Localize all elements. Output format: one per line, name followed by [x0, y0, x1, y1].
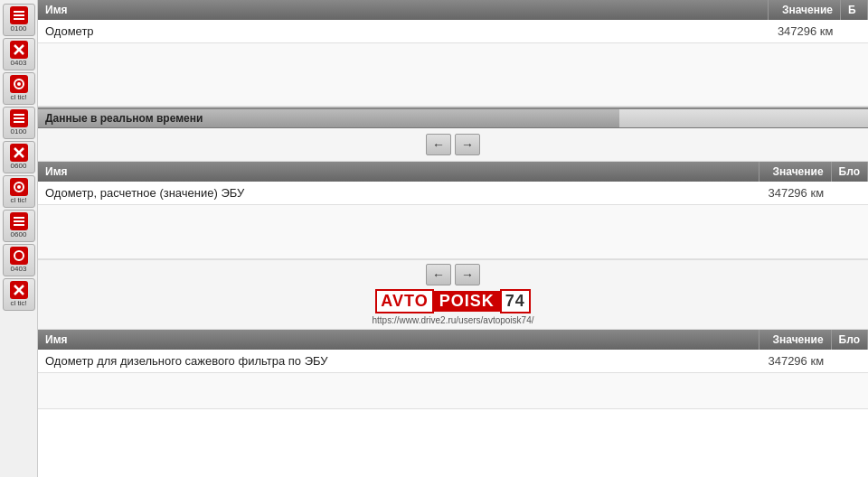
nav-row-1: ← →	[38, 128, 868, 162]
top-col-bloc: Б	[841, 0, 868, 20]
svg-rect-9	[14, 121, 24, 123]
sidebar-icon-1	[10, 6, 28, 24]
top-col-name: Имя	[38, 0, 769, 20]
svg-rect-14	[14, 217, 24, 219]
sidebar-label-5: 0600	[11, 163, 27, 171]
top-table: Имя Значение Б Одометр 347296 км	[38, 0, 868, 107]
logo-url: https://www.drive2.ru/users/avtopoisk74/	[373, 315, 534, 325]
sidebar-icon-5	[10, 144, 28, 162]
top-col-value: Значение	[769, 0, 841, 20]
s2-col-value: Значение	[759, 330, 831, 350]
sidebar-icon-3	[10, 75, 28, 93]
section2-table: Имя Значение Бло Одометр для дизельного …	[38, 330, 868, 409]
table-row: Одометр, расчетное (значение) ЭБУ 347296…	[38, 182, 868, 205]
nav-prev-icon-1: ←	[432, 137, 445, 152]
top-row-bloc	[841, 20, 868, 43]
sidebar-btn-9[interactable]: cl tic!	[3, 278, 35, 311]
svg-rect-15	[14, 220, 24, 222]
svg-rect-7	[14, 114, 24, 116]
sidebar-btn-7[interactable]: 0600	[3, 210, 35, 242]
svg-point-6	[17, 82, 21, 86]
table-row: Одометр 347296 км	[38, 20, 868, 43]
sidebar-icon-9	[10, 281, 28, 299]
section1-table: Имя Значение Бло Одометр, расчетное (зна…	[38, 162, 868, 259]
sidebar-label-9: cl tic!	[10, 300, 26, 308]
sidebar-icon-8	[10, 247, 28, 265]
logo-badge: AVTO POISK 74	[375, 289, 530, 313]
logo-nav-area: ← → AVTO POISK 74 https://www.drive2.ru/…	[38, 259, 868, 330]
s2-col-bloc: Бло	[831, 330, 867, 350]
sidebar-btn-1[interactable]: 0100	[3, 4, 35, 36]
logo-avto: AVTO	[375, 289, 433, 313]
sidebar-icon-4	[10, 109, 28, 127]
nav-next-icon-1: →	[461, 137, 474, 152]
sidebar-btn-8[interactable]: 0403	[3, 244, 35, 276]
sidebar-btn-5[interactable]: 0600	[3, 141, 35, 173]
logo-74: 74	[500, 289, 531, 313]
svg-rect-1	[14, 14, 24, 16]
nav-prev-icon-2: ←	[432, 267, 445, 282]
svg-rect-8	[14, 117, 24, 119]
top-section: Имя Значение Б Одометр 347296 км	[38, 0, 868, 108]
sidebar-label-2: 0403	[11, 60, 27, 68]
sidebar-icon-6	[10, 178, 28, 196]
s2-col-name: Имя	[38, 330, 759, 350]
s2-row-name: Одометр для дизельного сажевого фильтра …	[38, 350, 759, 373]
table-row: Одометр для дизельного сажевого фильтра …	[38, 350, 868, 373]
table-row-empty	[38, 43, 868, 107]
s1-col-bloc: Бло	[831, 162, 867, 182]
sidebar-btn-2[interactable]: 0403	[3, 38, 35, 70]
nav-row-2-buttons: ← →	[426, 264, 480, 285]
sidebar-btn-6[interactable]: cl tic!	[3, 175, 35, 208]
section-divider-1: Данные в реальном времени	[38, 108, 868, 128]
section2-table-wrap: Имя Значение Бло Одометр для дизельного …	[38, 330, 868, 409]
nav-prev-btn-2[interactable]: ←	[426, 264, 451, 285]
s1-row-name: Одометр, расчетное (значение) ЭБУ	[38, 182, 759, 205]
nav-next-btn-2[interactable]: →	[455, 264, 480, 285]
top-row-name: Одометр	[38, 20, 769, 43]
nav-prev-btn-1[interactable]: ←	[426, 134, 451, 155]
section-title-1: Данные в реальном времени	[45, 112, 203, 125]
nav-next-icon-2: →	[461, 267, 474, 282]
sidebar-label-6: cl tic!	[10, 197, 26, 205]
sidebar-btn-4[interactable]: 0100	[3, 107, 35, 139]
section1-table-wrap: Имя Значение Бло Одометр, расчетное (зна…	[38, 162, 868, 259]
s1-col-name: Имя	[38, 162, 759, 182]
sidebar-icon-2	[10, 41, 28, 59]
main-content: Имя Значение Б Одометр 347296 км Данные …	[38, 0, 868, 477]
s2-row-bloc	[831, 350, 867, 373]
nav-next-btn-1[interactable]: →	[455, 134, 480, 155]
logo-poisk: POISK	[434, 291, 500, 312]
s1-row-value: 347296 км	[759, 182, 831, 205]
sidebar-btn-3[interactable]: cl tic!	[3, 72, 35, 105]
sidebar-icon-7	[10, 212, 28, 230]
svg-point-17	[14, 251, 24, 260]
s2-row-value: 347296 км	[759, 350, 831, 373]
table-row-empty2	[38, 373, 868, 409]
top-row-value: 347296 км	[769, 20, 841, 43]
sidebar: 0100 0403 cl tic! 0100	[0, 0, 38, 477]
sidebar-label-3: cl tic!	[10, 94, 26, 102]
svg-point-13	[17, 185, 21, 189]
svg-rect-2	[14, 18, 24, 20]
sidebar-label-4: 0100	[11, 128, 27, 136]
sidebar-label-8: 0403	[11, 266, 27, 274]
table-row-empty	[38, 205, 868, 259]
sidebar-label-1: 0100	[11, 25, 27, 33]
s1-col-value: Значение	[759, 162, 831, 182]
svg-rect-0	[14, 11, 24, 13]
sidebar-label-7: 0600	[11, 231, 27, 239]
svg-rect-16	[14, 224, 24, 226]
s1-row-bloc	[831, 182, 867, 205]
